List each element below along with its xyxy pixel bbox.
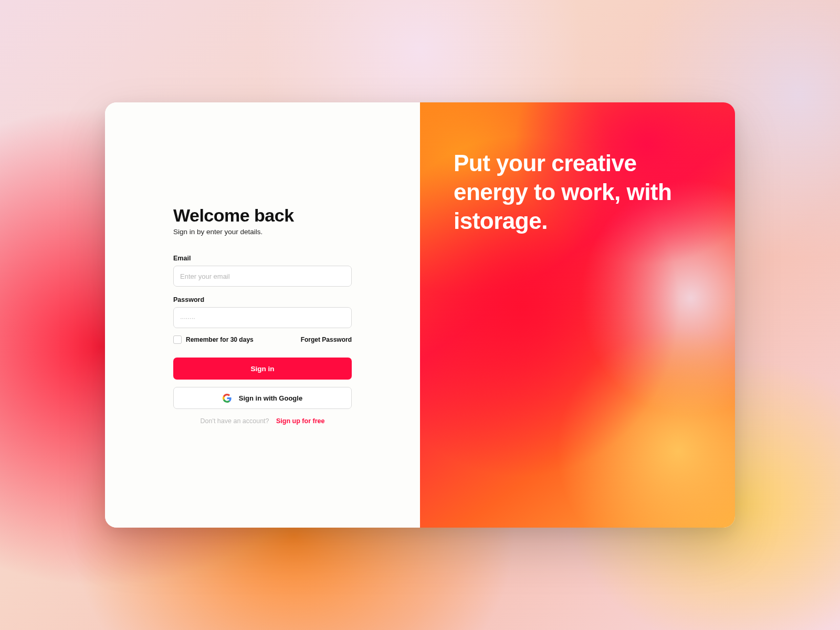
google-signin-label: Sign in with Google [239,394,302,402]
hero-heading: Put your creative energy to work, with i… [454,149,695,235]
hero-panel: Put your creative energy to work, with i… [420,102,735,528]
remember-checkbox[interactable]: Remember for 30 days [173,335,254,344]
login-form: Welcome back Sign in by enter your detai… [173,205,352,425]
signin-button[interactable]: Sign in [173,358,352,380]
page-title: Welcome back [173,205,352,226]
login-card: Welcome back Sign in by enter your detai… [105,102,735,528]
page-background: Welcome back Sign in by enter your detai… [0,0,840,630]
options-row: Remember for 30 days Forget Password [173,335,352,344]
email-label: Email [173,255,352,262]
remember-label: Remember for 30 days [186,336,254,343]
password-field[interactable] [173,307,352,328]
email-field[interactable] [173,266,352,287]
checkbox-icon [173,335,182,344]
signup-link[interactable]: Sign up for free [276,417,324,425]
forgot-password-link[interactable]: Forget Password [301,336,352,343]
page-subtitle: Sign in by enter your details. [173,228,352,236]
google-icon [223,394,232,403]
google-signin-button[interactable]: Sign in with Google [173,387,352,409]
password-label: Password [173,296,352,303]
signup-row: Don't have an account? Sign up for free [173,417,352,425]
login-form-panel: Welcome back Sign in by enter your detai… [105,102,420,528]
signup-prompt: Don't have an account? [201,417,269,425]
